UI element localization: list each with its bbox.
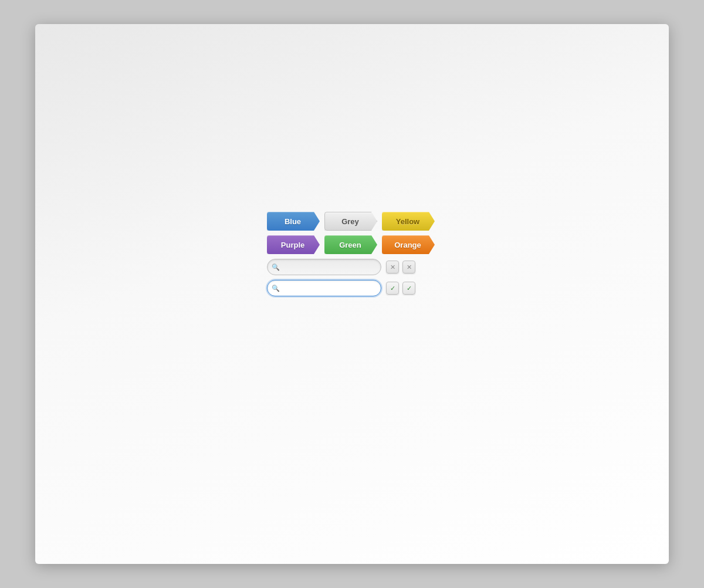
ui-container: Blue Grey Yellow Purple Green Orange 🔍 ✕… <box>267 212 435 296</box>
search-wrapper-2: 🔍 <box>267 280 381 296</box>
blue-button[interactable]: Blue <box>267 212 320 231</box>
page-frame: Blue Grey Yellow Purple Green Orange 🔍 ✕… <box>35 24 669 564</box>
buttons-row-1: Blue Grey Yellow <box>267 212 435 231</box>
search-input-2[interactable] <box>267 280 381 296</box>
search-input-1[interactable] <box>267 259 381 275</box>
check-box-2[interactable]: ✓ <box>402 282 415 295</box>
close-box-2[interactable]: ✕ <box>402 261 415 273</box>
buttons-row-2: Purple Green Orange <box>267 235 435 254</box>
green-button[interactable]: Green <box>324 235 377 254</box>
inputs-row-1: 🔍 ✕ ✕ <box>267 259 435 275</box>
yellow-button[interactable]: Yellow <box>382 212 435 231</box>
checkbox-row-1: ✕ ✕ <box>386 261 415 273</box>
close-box-1[interactable]: ✕ <box>386 261 399 273</box>
purple-button[interactable]: Purple <box>267 235 320 254</box>
grey-button[interactable]: Grey <box>324 212 377 231</box>
check-box-1[interactable]: ✓ <box>386 282 399 295</box>
orange-button[interactable]: Orange <box>382 235 435 254</box>
inputs-row-2: 🔍 ✓ ✓ <box>267 280 435 296</box>
search-wrapper-1: 🔍 <box>267 259 381 275</box>
checkbox-row-2: ✓ ✓ <box>386 282 415 295</box>
